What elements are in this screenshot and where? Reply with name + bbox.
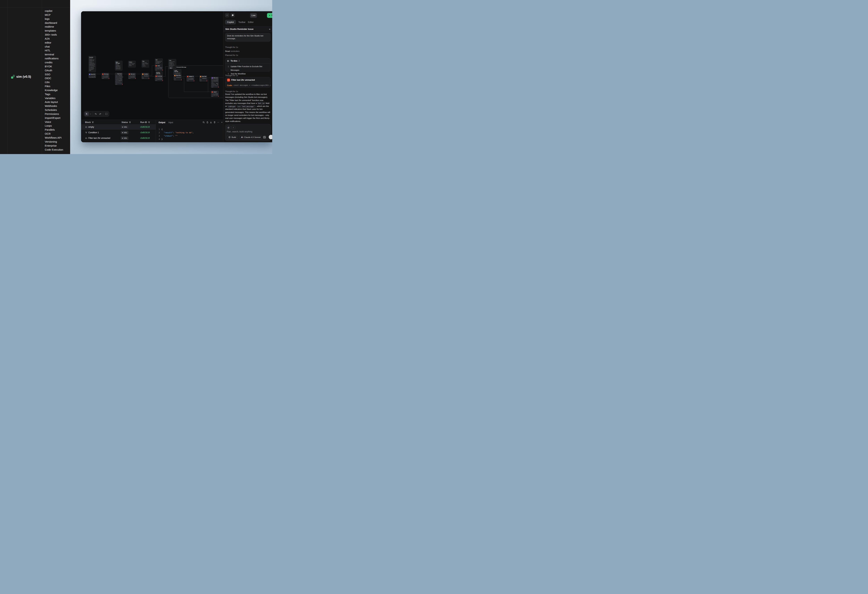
canvas-node-start[interactable]: Start: [169, 67, 173, 69]
filter-icon: [148, 121, 150, 123]
error-port: [149, 78, 149, 79]
canvas-node-empty[interactable]: emptyLanguageJavaScriptCodereturn "nothi…: [155, 65, 163, 71]
table-row-read-messages-24hr[interactable]: Read messages 24hr Info cbd63b10: [81, 141, 156, 142]
thought-line-2[interactable]: Thought for 1s: [225, 74, 238, 77]
canvas-node-24hr-timestamp[interactable]: 24hr timestampLanguageJavaScriptCodecons…: [102, 73, 109, 79]
error-port: [194, 80, 195, 81]
code-icon: [212, 91, 213, 93]
chat-history-button[interactable]: [230, 13, 235, 17]
canvas-node-filter-last-2hr-unreacted[interactable]: Filter last 2hr unreactedLanguageJavaScr…: [128, 73, 136, 79]
canvas-node-condition-1[interactable]: Condition 1IfArrayIsArray(<filterlast2hr…: [142, 73, 149, 79]
canvas-node-read-messages-24hr[interactable]: Read messages 24hrOperationRead Messages…: [115, 73, 123, 85]
undo-button[interactable]: [94, 112, 98, 116]
column-header-block[interactable]: Block: [85, 121, 94, 124]
code-icon: [155, 76, 157, 77]
sidebar-item-parallels: Parallels: [45, 128, 63, 132]
table-row-condition-1[interactable]: Condition 1 Info cbd63b10: [81, 130, 156, 135]
tool-call-read-reminders[interactable]: Readreminders: [225, 50, 239, 52]
sidebar-item-versioning: Versioning: [45, 140, 63, 144]
sidebar-item-permissions: Permissions: [45, 112, 63, 116]
run-id-link[interactable]: cbd63b10: [140, 126, 150, 128]
sidebar-item-sso: SSO: [45, 72, 63, 77]
tool-dropdown-button[interactable]: [89, 112, 92, 116]
send-button[interactable]: [269, 135, 272, 139]
thread-header: Sim Studio Reminder Issue +: [223, 27, 272, 32]
sidebar-item-auto-layout: Auto layout: [45, 100, 63, 104]
collapse-icon[interactable]: [221, 121, 223, 123]
build-mode-button[interactable]: Build: [227, 135, 238, 139]
error-port: [218, 87, 219, 88]
sidebar-item-hitl: HITL: [45, 49, 63, 53]
canvas-note-overview[interactable]: OverviewEvery 30 minutes, run a workflow…: [89, 56, 96, 72]
thought-line-1[interactable]: Thought for 1s: [225, 46, 238, 48]
sidebar-item-schedules: Schedules: [45, 108, 63, 112]
edge: [149, 76, 155, 77]
sidebar-item-300-tools: 300+ tools: [45, 33, 63, 37]
attach-image-icon[interactable]: [263, 136, 266, 139]
canvas-node-skip-if-on-duty-user[interactable]: Skip if On-Duty UserIf-()==(const onDuty…: [174, 74, 182, 81]
table-row-empty[interactable]: empty Info cbd63b10: [81, 124, 156, 130]
canvas-note-2-hours[interactable]: 2 HoursFormats time for Slack - 2 hour w…: [128, 61, 136, 68]
error-port: [109, 78, 109, 79]
undo-icon: [94, 113, 97, 115]
slash-command-button[interactable]: /: [232, 125, 235, 130]
tab-editor[interactable]: Editor: [248, 21, 254, 24]
thought-line-3[interactable]: Thought for 1s: [225, 90, 238, 93]
mention-button[interactable]: @: [227, 125, 230, 130]
copilot-panel: Live R Copilot Toolbar Editor Sim Studio…: [223, 11, 272, 142]
search-icon[interactable]: [202, 121, 205, 123]
app-window: For Each Unreacted MessageOverviewEvery …: [81, 11, 272, 142]
sidebar-item-editor: editor: [45, 41, 63, 45]
new-chat-button[interactable]: +: [269, 28, 270, 31]
tab-toolbar[interactable]: Toolbar: [238, 21, 245, 24]
panel-menu-button[interactable]: [225, 13, 229, 17]
download-icon[interactable]: [210, 121, 212, 123]
column-header-status[interactable]: Status: [121, 121, 131, 124]
toolbar-separator: [103, 112, 103, 116]
copilot-input[interactable]: @ / Plan, search, build anything Build A…: [225, 124, 271, 141]
trash-icon[interactable]: [214, 121, 216, 123]
more-icon[interactable]: [217, 121, 219, 123]
canvas-note-end[interactable]: EndNothing to do. All messages are addre…: [155, 59, 163, 65]
live-button[interactable]: Live: [250, 13, 257, 18]
copy-icon[interactable]: [206, 121, 208, 123]
sidebar-item-chat: chat: [45, 45, 63, 49]
canvas-node-every-30-minutes[interactable]: Every 30 minutesRun FrequencyEvery X Min…: [89, 73, 96, 78]
function-title: Filter last 2hr unreacted: [231, 79, 255, 81]
inline-code: subtype: [227, 105, 236, 108]
run-id-link[interactable]: cbd63b10: [140, 137, 150, 139]
todos-card[interactable]: To-dos 2 1.Update Filter Function to Exc…: [225, 58, 271, 71]
table-row-filter-last-2hr-unreacted[interactable]: Filter last 2hr unreacted Info cbd63b10: [81, 135, 156, 141]
cursor-icon: [86, 113, 88, 115]
canvas-note-read-messages[interactable]: Read MessagesRead all messages in #help-…: [115, 61, 123, 71]
canvas-node-write-message[interactable]: Write messageMessages# Task Return a sum…: [211, 77, 219, 88]
fit-view-button[interactable]: [104, 112, 108, 116]
tab-input[interactable]: Input: [168, 121, 173, 124]
filter-function-card[interactable]: Filter last 2hr unreacted Code: const me…: [225, 77, 271, 88]
model-selector[interactable]: A\ Claude 4.5 Sonnet: [239, 135, 263, 139]
canvas-note-filter[interactable]: FilterFilter to find Slack messages with…: [142, 60, 149, 68]
edge: [207, 78, 211, 78]
sidebar-item-files: Files: [45, 84, 63, 88]
canvas-node-get-on-duty-user[interactable]: Get On-Duty UserLanguageJavaScriptCodeco…: [155, 75, 163, 81]
sidebar-item-byok: BYOK: [45, 65, 63, 69]
redo-button[interactable]: [98, 112, 102, 116]
block-icon: [85, 137, 87, 139]
planned-line[interactable]: Planned for 1s: [225, 54, 238, 56]
run-id-link[interactable]: cbd63b10: [140, 131, 150, 134]
condition-icon: [174, 75, 176, 76]
canvas-node-validate-thread-ts[interactable]: Validate Thread TSLanguageJavaScriptCode…: [186, 75, 194, 81]
canvas-node-check-valid-ts[interactable]: Check Valid TSIf<validatethreadts.result…: [199, 75, 207, 81]
block-name: empty: [89, 126, 94, 128]
thread-title: Sim Studio Reminder Issue: [225, 28, 254, 30]
input-placeholder[interactable]: Plan, search, build anything: [227, 130, 252, 133]
tab-copilot[interactable]: Copilot: [225, 20, 236, 25]
canvas-node-empty-1[interactable]: empty-1LanguageJavaScriptCodereturn "not…: [211, 91, 219, 97]
run-button[interactable]: R: [267, 13, 272, 18]
tab-output[interactable]: Output: [158, 121, 165, 124]
output-actions: [202, 121, 223, 123]
sidebar-item-webhooks: Webhooks: [45, 104, 63, 108]
column-header-runid[interactable]: Run ID: [140, 121, 150, 124]
cursor-tool-button[interactable]: [85, 112, 89, 116]
assistant-answer: Done! I've updated the workflow to filte…: [225, 93, 271, 123]
